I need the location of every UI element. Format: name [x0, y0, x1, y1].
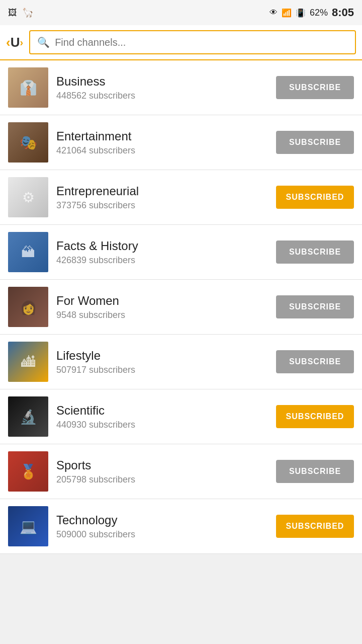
channel-thumb-facts-history: 🏔 — [8, 232, 48, 272]
channel-name-business: Business — [56, 74, 268, 89]
channel-info-entrepreneurial: Entrepreneurial373756 subscribers — [56, 184, 268, 211]
status-right-info: 👁 📶 📳 62% 8:05 — [269, 6, 354, 19]
subscribe-button-entrepreneurial[interactable]: SUBSCRIBED — [276, 186, 354, 209]
channel-info-business: Business448562 subscribers — [56, 74, 268, 101]
channel-thumb-sports: 🏅 — [8, 451, 48, 492]
channel-item-sports: 🏅Sports205798 subscribersSUBSCRIBE — [0, 444, 362, 499]
subscribe-button-business[interactable]: SUBSCRIBE — [276, 76, 354, 99]
status-left-icons: 🖼 🦙 — [8, 7, 33, 18]
subscribe-button-sports[interactable]: SUBSCRIBE — [276, 460, 354, 483]
channel-thumb-entertainment: 🎭 — [8, 122, 48, 163]
channel-subs-business: 448562 subscribers — [56, 91, 268, 101]
channel-info-for-women: For Women9548 subscribers — [56, 294, 268, 320]
channel-list: 👔Business448562 subscribersSUBSCRIBE🎭Ent… — [0, 60, 362, 554]
image-icon: 🖼 — [8, 8, 17, 18]
header: ‹ U › 🔍 — [0, 25, 362, 60]
channel-name-for-women: For Women — [56, 294, 268, 308]
channel-subs-entertainment: 421064 subscribers — [56, 145, 268, 156]
channel-item-technology: 💻Technology509000 subscribersSUBSCRIBED — [0, 499, 362, 554]
channel-subs-lifestyle: 507917 subscribers — [56, 365, 268, 375]
search-input[interactable] — [55, 37, 348, 48]
channel-name-scientific: Scientific — [56, 404, 268, 418]
channel-name-entrepreneurial: Entrepreneurial — [56, 184, 268, 198]
channel-name-entertainment: Entertainment — [56, 129, 268, 143]
subscribe-button-for-women[interactable]: SUBSCRIBE — [276, 295, 354, 318]
channel-item-for-women: 👩For Women9548 subscribersSUBSCRIBE — [0, 280, 362, 335]
channel-info-sports: Sports205798 subscribers — [56, 458, 268, 485]
signal-icon: 📳 — [296, 8, 306, 18]
logo: ‹ U › — [6, 35, 23, 50]
subscribe-button-scientific[interactable]: SUBSCRIBED — [276, 405, 354, 428]
channel-subs-technology: 509000 subscribers — [56, 529, 268, 540]
subscribe-button-entertainment[interactable]: SUBSCRIBE — [276, 131, 354, 154]
channel-name-technology: Technology — [56, 513, 268, 527]
channel-item-entertainment: 🎭Entertainment421064 subscribersSUBSCRIB… — [0, 115, 362, 170]
channel-name-lifestyle: Lifestyle — [56, 349, 268, 363]
channel-subs-entrepreneurial: 373756 subscribers — [56, 200, 268, 211]
channel-subs-sports: 205798 subscribers — [56, 474, 268, 485]
channel-subs-scientific: 440930 subscribers — [56, 420, 268, 430]
channel-thumb-lifestyle: 🏙 — [8, 342, 48, 382]
channel-info-scientific: Scientific440930 subscribers — [56, 404, 268, 430]
channel-info-entertainment: Entertainment421064 subscribers — [56, 129, 268, 156]
channel-item-business: 👔Business448562 subscribersSUBSCRIBE — [0, 60, 362, 115]
search-icon: 🔍 — [37, 36, 50, 48]
channel-thumb-entrepreneurial: ⚙ — [8, 177, 48, 217]
channel-item-facts-history: 🏔Facts & History426839 subscribersSUBSCR… — [0, 225, 362, 280]
channel-item-entrepreneurial: ⚙Entrepreneurial373756 subscribersSUBSCR… — [0, 170, 362, 225]
wifi-icon: 📶 — [282, 8, 292, 18]
channel-info-facts-history: Facts & History426839 subscribers — [56, 239, 268, 266]
channel-subs-facts-history: 426839 subscribers — [56, 255, 268, 266]
battery-level: 62% — [310, 8, 328, 18]
channel-thumb-business: 👔 — [8, 67, 48, 108]
search-box[interactable]: 🔍 — [29, 30, 356, 54]
subscribe-button-technology[interactable]: SUBSCRIBED — [276, 515, 354, 538]
channel-subs-for-women: 9548 subscribers — [56, 310, 268, 320]
animal-icon: 🦙 — [22, 7, 33, 18]
channel-thumb-for-women: 👩 — [8, 287, 48, 327]
channel-thumb-technology: 💻 — [8, 506, 48, 546]
subscribe-button-lifestyle[interactable]: SUBSCRIBE — [276, 350, 354, 373]
channel-item-scientific: 🔬Scientific440930 subscribersSUBSCRIBED — [0, 389, 362, 444]
eye-icon: 👁 — [269, 8, 278, 17]
channel-thumb-scientific: 🔬 — [8, 396, 48, 437]
clock: 8:05 — [332, 6, 354, 19]
channel-info-technology: Technology509000 subscribers — [56, 513, 268, 540]
subscribe-button-facts-history[interactable]: SUBSCRIBE — [276, 240, 354, 264]
channel-info-lifestyle: Lifestyle507917 subscribers — [56, 349, 268, 375]
channel-name-sports: Sports — [56, 458, 268, 472]
channel-item-lifestyle: 🏙Lifestyle507917 subscribersSUBSCRIBE — [0, 335, 362, 389]
status-bar: 🖼 🦙 👁 📶 📳 62% 8:05 — [0, 0, 362, 25]
channel-name-facts-history: Facts & History — [56, 239, 268, 253]
